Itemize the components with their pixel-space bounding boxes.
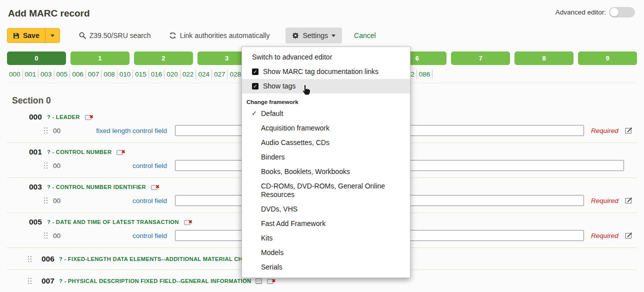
search-icon — [79, 32, 86, 39]
subfield-label-link[interactable]: control field — [68, 162, 167, 170]
menu-section-header: Change framework — [242, 94, 410, 106]
framework-label: Models — [261, 248, 284, 256]
framework-item-dvds[interactable]: DVDs, VHS — [242, 202, 410, 216]
drag-handle-icon[interactable] — [28, 256, 32, 262]
link-authorities-button[interactable]: Link authorities automatically — [169, 32, 270, 40]
tag-number: 001 — [29, 148, 42, 156]
tab-0[interactable]: 0 — [7, 52, 66, 65]
framework-item-default[interactable]: ✓ Default — [242, 106, 410, 121]
tag-number: 003 — [29, 182, 42, 192]
tag-link-020[interactable]: 020 — [164, 70, 180, 79]
tab-1[interactable]: 1 — [70, 52, 130, 65]
tag-link-008[interactable]: 008 — [102, 70, 118, 79]
framework-label: Audio Cassettes, CDs — [261, 138, 330, 146]
tag-link-010[interactable]: 010 — [118, 70, 134, 79]
delete-field-icon[interactable] — [184, 219, 194, 226]
framework-label: Fast Add Framework — [261, 220, 326, 228]
framework-item-acquisition[interactable]: Acquisition framework — [242, 121, 410, 136]
tag-link-015[interactable]: 015 — [133, 70, 149, 79]
tag-link-003[interactable]: 003 — [38, 70, 54, 79]
tag-editor-icon[interactable] — [625, 127, 633, 134]
save-dropdown-button[interactable] — [45, 28, 60, 42]
settings-button[interactable]: Settings — [286, 28, 342, 44]
clone-field-icon[interactable] — [256, 278, 262, 284]
delete-field-icon[interactable] — [116, 149, 126, 156]
tag-number: 006 — [42, 254, 54, 264]
tag-description-link[interactable]: ? - PHYSICAL DESCRIPTION FIXED FIELD--GE… — [59, 278, 251, 284]
tag-link-007[interactable]: 007 — [86, 70, 102, 79]
tab-8[interactable]: 8 — [514, 52, 574, 65]
required-badge: Required — [591, 232, 618, 240]
subfield-code: 00 — [53, 232, 68, 240]
save-icon — [13, 32, 20, 39]
framework-item-fast-add[interactable]: Fast Add Framework — [242, 216, 410, 231]
framework-label: Binders — [261, 153, 284, 161]
framework-item-cdroms[interactable]: CD-ROMs, DVD-ROMs, General Online Resour… — [242, 179, 410, 202]
tag-link-016[interactable]: 016 — [149, 70, 165, 79]
tab-2[interactable]: 2 — [134, 52, 193, 65]
z3950-search-label: Z39.50/SRU search — [90, 32, 151, 40]
advanced-editor-toggle[interactable] — [609, 7, 635, 18]
caret-down-icon — [50, 34, 54, 37]
tag-link-005[interactable]: 005 — [54, 70, 70, 79]
framework-label: Serials — [261, 263, 282, 271]
delete-field-icon[interactable] — [85, 114, 95, 120]
gear-icon — [292, 32, 299, 39]
caret-down-icon — [332, 34, 336, 37]
tag-description-link[interactable]: ? - CONTROL NUMBER — [47, 149, 112, 155]
tab-9[interactable]: 9 — [578, 52, 637, 65]
framework-item-models[interactable]: Models — [242, 246, 410, 260]
advanced-editor-toggle-group: Advanced editor: — [556, 7, 635, 18]
save-split-button: Save — [7, 28, 60, 43]
settings-dropdown-menu: Switch to advanced editor ✓ Show MARC ta… — [242, 46, 410, 278]
drag-handle-icon[interactable] — [44, 198, 48, 204]
toolbar: Save Z39.50/SRU search Link authorities … — [7, 28, 637, 44]
tag-description-link[interactable]: ? - DATE AND TIME OF LATEST TRANSACTION — [47, 219, 179, 225]
framework-item-books[interactable]: Books, Booklets, Workbooks — [242, 164, 410, 179]
tag-number: 007 — [42, 276, 54, 286]
subfield-label-link[interactable]: control field — [68, 197, 167, 204]
subfield-label-link[interactable]: control field — [68, 232, 167, 240]
tag-link-006[interactable]: 006 — [70, 70, 86, 79]
menu-item-switch-advanced-editor[interactable]: Switch to advanced editor — [242, 50, 410, 64]
drag-handle-icon[interactable] — [44, 232, 48, 239]
framework-item-audio-cassettes[interactable]: Audio Cassettes, CDs — [242, 136, 410, 150]
refresh-icon — [169, 32, 176, 39]
drag-handle-icon[interactable] — [44, 162, 48, 169]
tag-link-001[interactable]: 001 — [23, 70, 39, 79]
subfield-code: 00 — [53, 197, 68, 204]
required-badge: Required — [591, 127, 618, 134]
drag-handle-icon[interactable] — [44, 128, 48, 134]
tab-7[interactable]: 7 — [451, 52, 510, 65]
framework-label: DVDs, VHS — [261, 205, 298, 213]
advanced-editor-label: Advanced editor: — [556, 8, 606, 16]
tag-editor-icon[interactable] — [625, 232, 633, 239]
tag-link-024[interactable]: 024 — [196, 70, 212, 79]
cancel-button[interactable]: Cancel — [354, 32, 376, 40]
delete-field-icon[interactable] — [267, 278, 277, 284]
framework-item-kits[interactable]: Kits — [242, 231, 410, 246]
menu-item-label: Show tags — [263, 82, 296, 90]
checkbox-checked-icon: ✓ — [252, 83, 258, 90]
subfield-label-link[interactable]: fixed length control field — [68, 127, 167, 134]
tag-description-link[interactable]: ? - CONTROL NUMBER IDENTIFIER — [47, 184, 146, 190]
menu-item-label: Switch to advanced editor — [252, 53, 332, 62]
tag-description-link[interactable]: ? - LEADER — [47, 114, 80, 120]
tag-number: 000 — [29, 112, 42, 122]
delete-field-icon[interactable] — [151, 184, 161, 190]
drag-handle-icon[interactable] — [28, 278, 32, 284]
framework-item-binders[interactable]: Binders — [242, 150, 410, 164]
framework-label: Acquisition framework — [261, 124, 330, 132]
tag-link-000[interactable]: 000 — [7, 70, 23, 79]
framework-item-serials[interactable]: Serials — [242, 260, 410, 274]
menu-item-show-doc-links[interactable]: ✓ Show MARC tag documentation links — [242, 64, 410, 79]
menu-item-show-tags[interactable]: ✓ Show tags — [242, 79, 410, 94]
tag-link-022[interactable]: 022 — [180, 70, 196, 79]
tag-link-086[interactable]: 086 — [417, 70, 433, 79]
menu-item-label: Show MARC tag documentation links — [263, 68, 378, 76]
save-button[interactable]: Save — [8, 28, 45, 42]
tag-link-027[interactable]: 027 — [212, 70, 228, 79]
settings-button-label: Settings — [302, 32, 328, 40]
z3950-search-button[interactable]: Z39.50/SRU search — [79, 32, 151, 40]
tag-editor-icon[interactable] — [625, 197, 633, 204]
